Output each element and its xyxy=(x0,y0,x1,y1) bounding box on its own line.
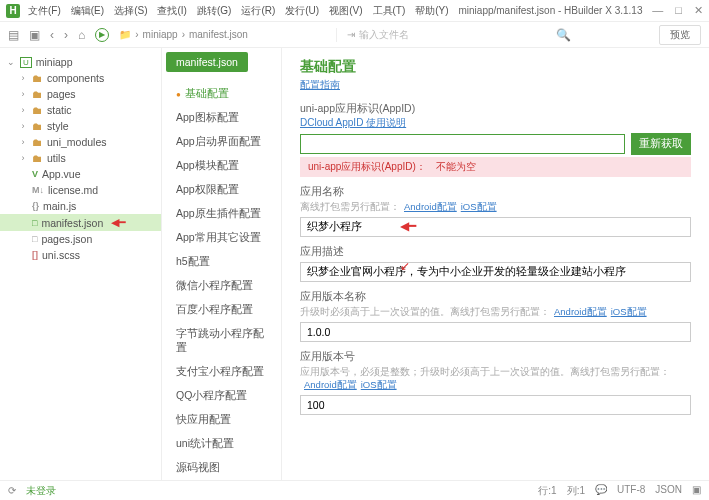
vername-hint: 升级时必须高于上一次设置的值。离线打包需另行配置：Android配置iOS配置 xyxy=(300,306,691,319)
error-message: uni-app应用标识(AppID)： 不能为空 xyxy=(300,157,691,177)
desc-input[interactable] xyxy=(300,262,691,282)
tree-file[interactable]: VApp.vue xyxy=(0,166,161,182)
section-item[interactable]: 支付宝小程序配置 xyxy=(162,360,281,384)
tree-file[interactable]: M↓license.md xyxy=(0,182,161,198)
forward-icon[interactable]: › xyxy=(64,28,68,42)
appid-label: uni-app应用标识(AppID) xyxy=(300,102,691,116)
tree-folder[interactable]: ›🖿uni_modules xyxy=(0,134,161,150)
minimize-icon[interactable]: — xyxy=(652,4,663,17)
tree-folder[interactable]: ›🖿utils xyxy=(0,150,161,166)
section-basic[interactable]: 基础配置 xyxy=(162,82,281,106)
android-link[interactable]: Android配置 xyxy=(554,306,607,317)
page-heading: 基础配置 xyxy=(300,58,691,76)
menubar: 文件(F) 编辑(E) 选择(S) 查找(I) 跳转(G) 运行(R) 发行(U… xyxy=(28,4,449,18)
section-item[interactable]: h5配置 xyxy=(162,250,281,274)
editor-tab[interactable]: manifest.json xyxy=(166,52,248,72)
section-item[interactable]: 快应用配置 xyxy=(162,408,281,432)
login-status[interactable]: 未登录 xyxy=(26,484,56,498)
reget-button[interactable]: 重新获取 xyxy=(631,133,691,155)
tree-root[interactable]: ⌄Uminiapp xyxy=(0,54,161,70)
section-item[interactable]: App权限配置 xyxy=(162,178,281,202)
pointer-arrow-icon: ◀━ xyxy=(400,219,416,233)
appid-input[interactable] xyxy=(300,134,625,154)
ios-link[interactable]: iOS配置 xyxy=(361,379,397,390)
terminal-icon[interactable]: ▣ xyxy=(692,484,701,498)
chat-icon[interactable]: 💬 xyxy=(595,484,607,498)
explorer-icon[interactable]: ▣ xyxy=(29,28,40,42)
section-item[interactable]: 源码视图 xyxy=(162,456,281,480)
vername-input[interactable] xyxy=(300,322,691,342)
tree-folder[interactable]: ›🖿static xyxy=(0,102,161,118)
tree-file-manifest[interactable]: □manifest.json◀━ xyxy=(0,214,161,231)
guide-link[interactable]: 配置指南 xyxy=(300,78,691,92)
section-item[interactable]: App模块配置 xyxy=(162,154,281,178)
run-icon[interactable]: ▶ xyxy=(95,28,109,42)
section-item[interactable]: uni统计配置 xyxy=(162,432,281,456)
menu-help[interactable]: 帮助(Y) xyxy=(415,4,448,18)
menu-tools[interactable]: 工具(T) xyxy=(373,4,406,18)
section-item[interactable]: 微信小程序配置 xyxy=(162,274,281,298)
breadcrumb: 📁 › miniapp › manifest.json xyxy=(119,29,248,40)
home-icon[interactable]: ⌂ xyxy=(78,28,85,42)
vercode-input[interactable] xyxy=(300,395,691,415)
section-item[interactable]: QQ小程序配置 xyxy=(162,384,281,408)
menu-goto[interactable]: 跳转(G) xyxy=(197,4,231,18)
back-icon[interactable]: ‹ xyxy=(50,28,54,42)
android-link[interactable]: Android配置 xyxy=(404,201,457,212)
input-cursor-icon: ⇥ xyxy=(347,29,355,40)
search-input[interactable]: ⇥ 输入文件名 xyxy=(336,28,536,42)
cursor-position: 行:1 列:1 xyxy=(538,484,585,498)
pointer-arrow-icon: ↙ xyxy=(400,259,410,273)
section-item[interactable]: 百度小程序配置 xyxy=(162,298,281,322)
tree-folder[interactable]: ›🖿style xyxy=(0,118,161,134)
sync-icon[interactable]: ⟳ xyxy=(8,485,16,496)
section-item[interactable]: App原生插件配置 xyxy=(162,202,281,226)
close-icon[interactable]: ✕ xyxy=(694,4,703,17)
vername-label: 应用版本名称 xyxy=(300,290,691,304)
section-item[interactable]: App启动界面配置 xyxy=(162,130,281,154)
app-logo: H xyxy=(6,4,20,18)
section-item[interactable]: App图标配置 xyxy=(162,106,281,130)
dcloud-link[interactable]: DCloud AppID 使用说明 xyxy=(300,117,406,128)
language-mode[interactable]: JSON xyxy=(655,484,682,498)
menu-file[interactable]: 文件(F) xyxy=(28,4,61,18)
tree-folder[interactable]: ›🖿pages xyxy=(0,86,161,102)
window-title: miniapp/manifest.json - HBuilder X 3.1.1… xyxy=(449,5,653,16)
appname-hint: 离线打包需另行配置：Android配置iOS配置 xyxy=(300,201,691,214)
form-panel: 基础配置 配置指南 uni-app应用标识(AppID) DCloud AppI… xyxy=(282,48,709,480)
tree-file[interactable]: □pages.json xyxy=(0,231,161,247)
section-item[interactable]: 字节跳动小程序配置 xyxy=(162,322,281,360)
section-item[interactable]: App常用其它设置 xyxy=(162,226,281,250)
preview-button[interactable]: 预览 xyxy=(659,25,701,45)
breadcrumb-folder-icon: 📁 xyxy=(119,29,131,40)
ios-link[interactable]: iOS配置 xyxy=(461,201,497,212)
appname-input[interactable] xyxy=(300,217,691,237)
desc-label: 应用描述 xyxy=(300,245,691,259)
pointer-arrow-icon: ◀━ xyxy=(111,216,126,229)
search-icon[interactable]: 🔍 xyxy=(556,28,571,42)
menu-edit[interactable]: 编辑(E) xyxy=(71,4,104,18)
menu-find[interactable]: 查找(I) xyxy=(157,4,186,18)
file-tree: ⌄Uminiapp ›🖿components ›🖿pages ›🖿static … xyxy=(0,48,162,480)
tree-folder[interactable]: ›🖿components xyxy=(0,70,161,86)
vercode-hint: 应用版本号，必须是整数；升级时必须高于上一次设置的值。离线打包需另行配置：And… xyxy=(300,366,691,392)
appname-label: 应用名称 xyxy=(300,185,691,199)
section-list: 基础配置 App图标配置 App启动界面配置 App模块配置 App权限配置 A… xyxy=(162,76,281,480)
statusbar: ⟳ 未登录 行:1 列:1 💬 UTF-8 JSON ▣ xyxy=(0,480,709,500)
tree-file[interactable]: []uni.scss xyxy=(0,247,161,263)
menu-run[interactable]: 运行(R) xyxy=(241,4,275,18)
encoding[interactable]: UTF-8 xyxy=(617,484,645,498)
tree-file[interactable]: {}main.js xyxy=(0,198,161,214)
menu-view[interactable]: 视图(V) xyxy=(329,4,362,18)
maximize-icon[interactable]: □ xyxy=(675,4,682,17)
ios-link[interactable]: iOS配置 xyxy=(611,306,647,317)
menu-select[interactable]: 选择(S) xyxy=(114,4,147,18)
vercode-label: 应用版本号 xyxy=(300,350,691,364)
menu-publish[interactable]: 发行(U) xyxy=(285,4,319,18)
sidebar-toggle-icon[interactable]: ▤ xyxy=(8,28,19,42)
android-link[interactable]: Android配置 xyxy=(304,379,357,390)
